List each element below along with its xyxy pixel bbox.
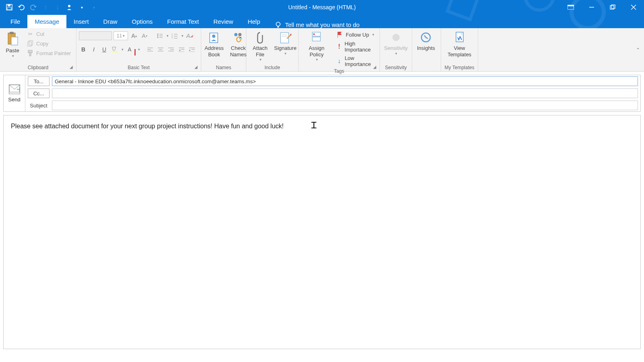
user-icon[interactable] (66, 4, 73, 11)
svg-text:3: 3 (171, 37, 173, 39)
tab-insert[interactable]: Insert (66, 15, 96, 28)
bold-button[interactable]: B (79, 45, 88, 54)
qat-dropdown-icon[interactable]: ▾ (78, 4, 85, 11)
subject-field[interactable] (52, 101, 638, 110)
numbering-button[interactable]: 123 (170, 31, 179, 40)
collapse-ribbon-button[interactable]: ⌃ (636, 47, 640, 53)
ribbon-display-options[interactable] (560, 0, 581, 14)
to-button[interactable]: To... (28, 76, 50, 86)
svg-point-14 (276, 22, 280, 26)
assign-policy-icon (310, 31, 324, 44)
undo-icon[interactable] (18, 4, 25, 11)
align-right-button[interactable] (167, 45, 175, 54)
touch-mode-icon[interactable]: ▾ (90, 4, 97, 11)
paste-button[interactable]: Paste ▾ (2, 30, 23, 59)
italic-button[interactable]: I (89, 45, 98, 54)
save-icon[interactable] (6, 4, 13, 11)
subject-label: Subject (28, 103, 50, 109)
svg-rect-19 (11, 37, 18, 45)
tab-review[interactable]: Review (206, 15, 240, 28)
check-names-button[interactable]: Check Names (228, 30, 249, 58)
group-templates: View Templates My Templates (441, 28, 478, 71)
follow-up-button[interactable]: Follow Up ▾ (335, 31, 377, 39)
dialog-launcher-icon[interactable]: ◢ (373, 65, 378, 70)
tab-message[interactable]: Message (27, 15, 66, 28)
paintbrush-icon (27, 49, 34, 57)
font-size-combo[interactable]: 11▾ (114, 31, 128, 40)
align-center-button[interactable] (156, 45, 165, 54)
sensitivity-button[interactable]: Sensitivity ▾ (382, 30, 409, 56)
format-painter-button[interactable]: Format Painter (26, 49, 72, 57)
chevron-down-icon: ▾ (285, 51, 287, 56)
svg-point-55 (238, 33, 242, 36)
previous-item-icon[interactable]: ↑ (42, 4, 49, 11)
tab-options[interactable]: Options (125, 15, 160, 28)
insights-button[interactable]: Insights (415, 30, 438, 52)
grow-font-button[interactable]: A▴ (130, 31, 138, 40)
font-color-button[interactable]: A (125, 45, 134, 54)
text-cursor-icon: Ꮖ (311, 120, 317, 131)
flag-icon (336, 31, 343, 38)
tell-me-search[interactable]: Tell me what you want to do (267, 21, 359, 28)
svg-rect-21 (29, 41, 33, 45)
dialog-launcher-icon[interactable]: ◢ (194, 65, 199, 70)
group-label-templates: My Templates (444, 64, 475, 70)
svg-rect-20 (28, 42, 31, 46)
bullets-button[interactable] (155, 31, 164, 40)
group-sensitivity: Sensitivity ▾ Sensitivity (380, 28, 412, 71)
svg-rect-18 (10, 32, 14, 34)
chevron-down-icon: ▾ (12, 54, 14, 58)
group-names: Address Book Check Names Names (201, 28, 246, 71)
to-field[interactable] (52, 76, 638, 86)
close-button[interactable] (623, 0, 644, 14)
exclamation-icon: ! (336, 43, 342, 50)
align-left-button[interactable] (146, 45, 155, 54)
decrease-indent-button[interactable] (177, 45, 186, 54)
attach-file-button[interactable]: Attach File ▾ (249, 30, 272, 63)
ribbon-tabs: File Message Insert Draw Options Format … (0, 14, 644, 28)
text-highlight-button[interactable] (110, 45, 119, 54)
tab-draw[interactable]: Draw (96, 15, 125, 28)
cc-button[interactable]: Cc... (28, 88, 50, 98)
chevron-down-icon: ▾ (395, 51, 397, 56)
svg-rect-36 (112, 51, 118, 52)
assign-policy-button[interactable]: Assign Policy ▾ (301, 30, 332, 63)
copy-icon (27, 40, 34, 47)
svg-point-66 (392, 34, 400, 41)
next-item-icon[interactable]: ↓ (54, 4, 61, 11)
svg-rect-63 (312, 37, 320, 41)
address-book-icon (207, 31, 221, 44)
group-insights: Insights (412, 28, 441, 71)
minimize-button[interactable] (581, 0, 602, 14)
tab-file[interactable]: File (3, 15, 27, 28)
redo-icon[interactable] (30, 4, 37, 11)
titlebar: ↑ ↓ ▾ ▾ Untitled - Message (HTML) (0, 0, 644, 14)
send-button[interactable]: Send (4, 75, 25, 111)
signature-button[interactable]: Signature ▾ (275, 30, 296, 56)
group-basic-text: 11▾ A▴ A▾ ▾ 123 ▾ A◢ B I U (76, 28, 201, 71)
font-name-combo[interactable] (79, 31, 112, 40)
maximize-button[interactable] (602, 0, 623, 14)
address-book-button[interactable]: Address Book (204, 30, 225, 58)
group-label-include: Include (249, 64, 296, 70)
increase-indent-button[interactable] (188, 45, 196, 54)
paste-icon (6, 31, 19, 47)
clear-formatting-button[interactable]: A◢ (185, 31, 194, 40)
tab-format-text[interactable]: Format Text (160, 15, 206, 28)
chevron-down-icon: ▾ (260, 58, 262, 62)
svg-point-28 (157, 37, 159, 38)
quick-access-toolbar: ↑ ↓ ▾ ▾ (0, 4, 97, 11)
view-templates-button[interactable]: View Templates (444, 30, 475, 58)
dialog-launcher-icon[interactable]: ◢ (70, 65, 74, 70)
low-importance-button[interactable]: ↓ Low Importance (335, 55, 377, 68)
chevron-down-icon: ▾ (316, 58, 318, 62)
cc-field[interactable] (52, 88, 638, 98)
high-importance-button[interactable]: ! High Importance (335, 40, 377, 53)
tab-help[interactable]: Help (240, 15, 267, 28)
underline-button[interactable]: U (100, 45, 109, 54)
copy-button[interactable]: Copy (26, 39, 72, 47)
cut-button[interactable]: ✂ Cut (26, 30, 72, 38)
shrink-font-button[interactable]: A▾ (140, 31, 149, 40)
message-body[interactable]: Please see attached document for your ne… (3, 115, 641, 349)
signature-icon (279, 31, 292, 44)
